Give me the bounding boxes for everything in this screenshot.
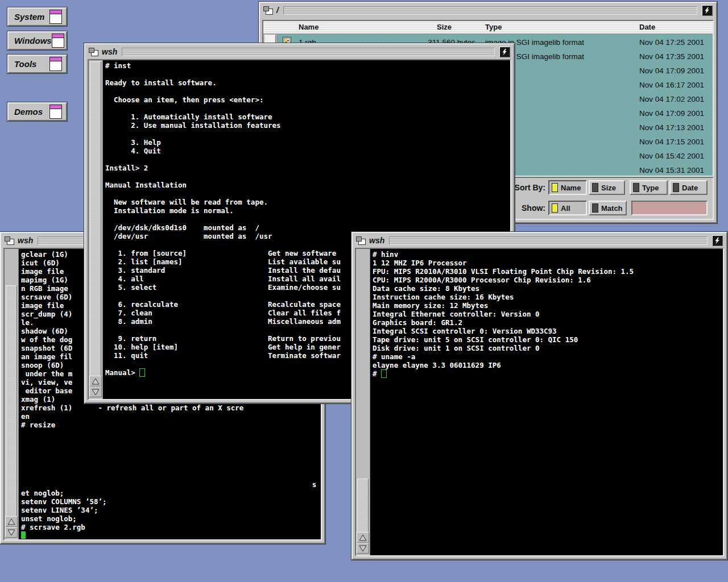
file-list-header: Name Size Type Date (263, 21, 713, 34)
maximize-icon[interactable] (702, 5, 713, 16)
window-title: wsh (18, 236, 33, 245)
launcher-label-windows: Windows (9, 36, 52, 45)
sort-by-name-label: Name (561, 184, 581, 192)
indicator-lamp (673, 183, 679, 192)
launcher-button-windows[interactable]: Windows (7, 31, 67, 50)
iconify-icon[interactable] (89, 48, 98, 56)
mini-window-icon (49, 57, 62, 71)
titlebar-stripe (283, 6, 697, 15)
indicator-lamp (552, 183, 558, 192)
scroll-down-icon[interactable] (357, 543, 369, 554)
iconify-icon[interactable] (263, 6, 273, 15)
show-match-button[interactable]: Match (589, 201, 627, 215)
window-title: wsh (102, 47, 117, 56)
window-title: / (276, 6, 279, 15)
file-date: Nov 04 17:09 2001 (639, 109, 704, 118)
column-header-date: Date (639, 23, 655, 31)
column-header-type: Type (485, 23, 502, 31)
iconify-icon[interactable] (5, 236, 14, 245)
sort-by-name-button[interactable]: Name (548, 180, 587, 195)
column-header-size: Size (437, 23, 452, 31)
maximize-icon[interactable] (712, 235, 723, 246)
indicator-lamp (592, 183, 598, 192)
file-date: Nov 04 17:35 2001 (639, 52, 704, 61)
show-all-button[interactable]: All (548, 201, 587, 215)
column-header-name: Name (299, 23, 318, 31)
terminal-cursor (21, 531, 26, 539)
launcher-label-demos: Demos (9, 107, 49, 117)
scrollbar[interactable] (89, 60, 103, 399)
sort-by-size-button[interactable]: Size (589, 180, 625, 195)
indicator-lamp (633, 183, 639, 192)
titlebar-stripe (389, 236, 708, 245)
scrollbar-thumb[interactable] (357, 479, 369, 537)
launcher-button-tools[interactable]: Tools (7, 55, 67, 73)
scroll-down-icon[interactable] (89, 386, 102, 397)
scroll-down-icon[interactable] (5, 527, 18, 538)
indicator-lamp (592, 203, 598, 213)
file-date: Nov 04 17:13 2001 (639, 123, 704, 132)
scrollbar[interactable] (5, 249, 19, 539)
wsh-hinv-titlebar[interactable]: wsh (354, 234, 725, 247)
launcher-button-system[interactable]: System (7, 7, 67, 26)
sort-by-date-button[interactable]: Date (669, 180, 708, 195)
file-date: Nov 04 17:15 2001 (639, 138, 704, 146)
terminal-cursor (381, 369, 387, 378)
file-date: Nov 04 17:09 2001 (639, 66, 704, 75)
sort-by-type-button[interactable]: Type (630, 180, 668, 195)
launcher-label-tools: Tools (9, 59, 49, 69)
maximize-icon[interactable] (499, 47, 510, 57)
sort-by-size-label: Size (601, 184, 616, 192)
sort-by-date-label: Date (682, 184, 698, 192)
indicator-lamp (552, 203, 558, 213)
file-date: Nov 04 16:17 2001 (639, 81, 704, 89)
mini-window-icon (49, 10, 62, 24)
launcher-label-system: System (9, 12, 49, 22)
terminal-output: # inst Ready to install software. Choose… (105, 61, 341, 377)
scroll-up-icon[interactable] (357, 532, 369, 543)
sort-by-type-label: Type (642, 184, 659, 192)
show-all-label: All (561, 204, 570, 213)
window-title: wsh (369, 236, 384, 245)
launcher-button-demos[interactable]: Demos (7, 102, 67, 121)
match-pattern-input[interactable] (631, 201, 708, 215)
file-date: Nov 04 17:25 2001 (639, 38, 704, 47)
file-date: Nov 04 15:31 2001 (639, 166, 704, 174)
file-date: Nov 04 15:42 2001 (639, 152, 704, 160)
scroll-up-icon[interactable] (89, 376, 102, 386)
mini-window-icon (49, 105, 62, 119)
terminal-cursor (139, 368, 145, 377)
show-match-label: Match (601, 204, 623, 213)
terminal-output: # hinv 1 12 MHZ IP6 Processor FPU: MIPS … (373, 250, 634, 378)
mini-window-icon (52, 34, 64, 48)
titlebar-stripe (122, 48, 495, 56)
wsh-installer-titlebar[interactable]: wsh (86, 45, 512, 58)
file-date: Nov 04 17:02 2001 (639, 95, 704, 103)
file-manager-titlebar[interactable]: / (261, 4, 715, 16)
scroll-up-icon[interactable] (5, 516, 18, 527)
scrollbar-thumb[interactable] (90, 61, 101, 379)
scrollbar-thumb[interactable] (6, 285, 17, 521)
scrollbar[interactable] (356, 249, 370, 555)
wsh-hinv-window: wsh # hinv 1 12 MHZ IP6 Processor FPU: M… (351, 232, 727, 560)
iconify-icon[interactable] (356, 236, 366, 245)
wsh-hinv-terminal[interactable]: # hinv 1 12 MHZ IP6 Processor FPU: MIPS … (355, 248, 724, 556)
